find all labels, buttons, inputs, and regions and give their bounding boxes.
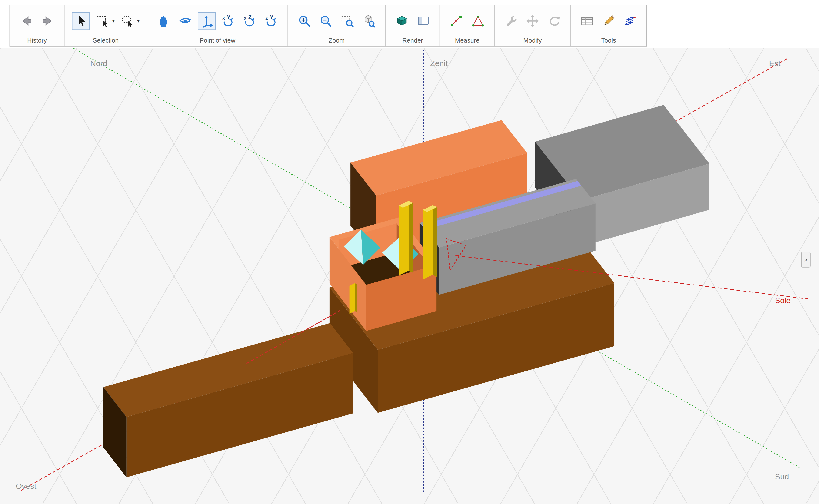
tools-pencil-button[interactable] xyxy=(600,12,618,30)
yellow-panel-left-3d[interactable] xyxy=(399,201,413,275)
zoom-extents-button[interactable] xyxy=(360,12,378,30)
table-grid-icon xyxy=(580,14,594,28)
toolbar-strip: History ▾ ▾ Selection xyxy=(0,0,819,48)
tools-layers-button[interactable] xyxy=(621,12,639,30)
compass-label-west: Ovest xyxy=(16,481,36,490)
history-icons xyxy=(17,8,57,34)
zoom-in-button[interactable] xyxy=(295,12,313,30)
side-panel-expand-button[interactable]: > xyxy=(801,252,811,268)
layers-icon xyxy=(623,14,637,28)
group-label-history: History xyxy=(27,37,47,45)
toolbar-group-zoom: Zoom xyxy=(288,5,386,46)
toolbar-group-pov: xY xZ ZY Point of view xyxy=(147,5,288,46)
wrench-icon xyxy=(504,14,518,28)
svg-text:x: x xyxy=(244,16,246,20)
svg-text:Z: Z xyxy=(265,16,268,20)
modify-icons xyxy=(502,8,563,34)
yellow-panel-right-3d[interactable] xyxy=(423,205,437,279)
rotate-xz-button[interactable]: xZ xyxy=(241,12,259,30)
svg-text:x: x xyxy=(222,16,225,20)
rotate-zy-button[interactable]: ZY xyxy=(262,12,280,30)
application-window: History ▾ ▾ Selection xyxy=(0,0,819,504)
yellow-stick-3d[interactable] xyxy=(350,283,357,314)
forward-arrow-icon xyxy=(40,14,55,28)
zoom-in-icon xyxy=(297,14,312,28)
group-label-selection: Selection xyxy=(93,37,119,45)
eye-view-button[interactable] xyxy=(176,12,194,30)
tools-grid-button[interactable] xyxy=(578,12,596,30)
measure-angle-button[interactable] xyxy=(469,12,487,30)
group-label-render: Render xyxy=(402,37,423,45)
rotate-xz-icon: xZ xyxy=(243,14,257,28)
toolbar-group-render: Render xyxy=(386,5,440,46)
zoom-extents-icon xyxy=(362,14,376,28)
toolbar-group-history: History xyxy=(10,5,65,46)
pov-icons: xY xZ ZY xyxy=(155,8,280,34)
render-cube-icon xyxy=(395,14,409,28)
group-label-pov: Point of view xyxy=(200,37,236,45)
rotate-xy-button[interactable]: xY xyxy=(219,12,237,30)
selection-icons: ▾ ▾ xyxy=(72,8,140,34)
measure-angle-icon xyxy=(471,14,485,28)
lasso-select-caret-icon[interactable]: ▾ xyxy=(137,18,140,24)
forward-button[interactable] xyxy=(39,12,57,30)
tools-icons xyxy=(578,8,639,34)
measure-icons xyxy=(448,8,487,34)
rect-select-caret-icon[interactable]: ▾ xyxy=(112,18,115,24)
group-label-zoom: Zoom xyxy=(329,37,345,45)
modify-rotate-button[interactable] xyxy=(545,12,563,30)
compass-label-sun: Sole xyxy=(775,296,791,305)
toolbar-group-selection: ▾ ▾ Selection xyxy=(65,5,148,46)
toolbar: History ▾ ▾ Selection xyxy=(10,5,647,46)
compass-label-zenith: Zenit xyxy=(430,59,448,68)
back-arrow-icon xyxy=(19,14,33,28)
rect-select-icon xyxy=(95,14,110,28)
back-button[interactable] xyxy=(17,12,35,30)
toolbar-group-tools: Tools xyxy=(571,5,646,46)
zoom-icons xyxy=(295,8,378,34)
move-cross-icon xyxy=(525,14,540,28)
group-label-tools: Tools xyxy=(601,37,616,45)
lasso-select-icon xyxy=(120,14,135,28)
measure-distance-icon xyxy=(449,14,464,28)
svg-text:Z: Z xyxy=(248,14,252,20)
group-label-measure: Measure xyxy=(455,37,479,45)
rotate-zy-icon: ZY xyxy=(264,14,279,28)
render-panel-icon xyxy=(416,14,431,28)
rotate-arrow-icon xyxy=(547,14,561,28)
viewport-canvas[interactable]: Nord Zenit Est Sole Sud Ovest > xyxy=(0,48,819,504)
compass-label-south: Sud xyxy=(775,472,789,481)
modify-wrench-button[interactable] xyxy=(502,12,520,30)
axes-icon xyxy=(199,14,214,28)
hand-icon xyxy=(156,14,171,28)
cursor-icon xyxy=(73,14,88,28)
group-label-modify: Modify xyxy=(523,37,542,45)
rotate-xy-icon: xY xyxy=(221,14,236,28)
zoom-window-button[interactable] xyxy=(338,12,356,30)
select-cursor-button[interactable] xyxy=(72,12,90,30)
eye-icon xyxy=(178,14,193,28)
measure-distance-button[interactable] xyxy=(448,12,466,30)
compass-label-north: Nord xyxy=(90,59,107,68)
render-icons xyxy=(393,8,432,34)
pan-hand-button[interactable] xyxy=(155,12,173,30)
beam-3d[interactable] xyxy=(103,323,353,477)
pencil-icon xyxy=(601,14,616,28)
toolbar-group-modify: Modify xyxy=(495,5,571,46)
render-panel-button[interactable] xyxy=(415,12,433,30)
lasso-select-button[interactable] xyxy=(118,12,136,30)
toolbar-group-measure: Measure xyxy=(440,5,495,46)
zoom-window-icon xyxy=(340,14,355,28)
rect-select-button[interactable] xyxy=(93,12,111,30)
compass-label-east: Est xyxy=(769,59,781,68)
scene-3d[interactable] xyxy=(0,48,819,504)
zoom-out-icon xyxy=(319,14,333,28)
render-solid-button[interactable] xyxy=(393,12,411,30)
axes-pov-button[interactable] xyxy=(198,12,216,30)
modify-move-button[interactable] xyxy=(524,12,542,30)
zoom-out-button[interactable] xyxy=(317,12,335,30)
